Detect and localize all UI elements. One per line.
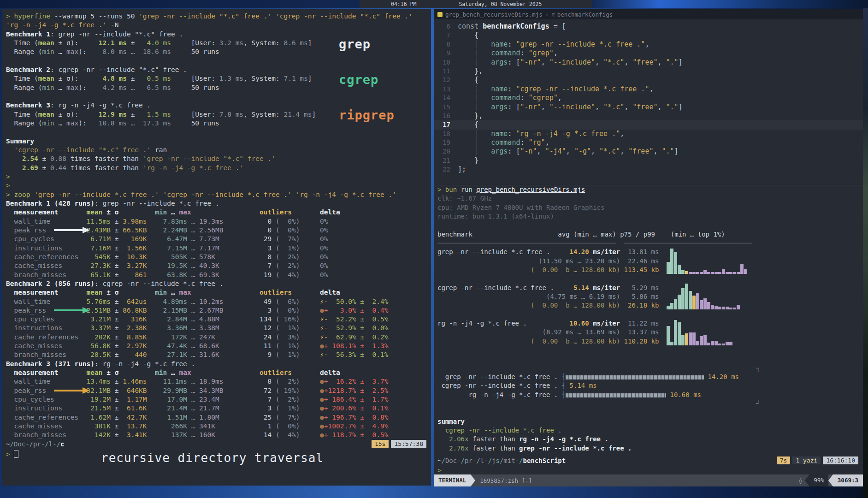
histogram-bar	[740, 264, 744, 274]
histogram-bar	[722, 269, 725, 274]
latency-histogram	[667, 283, 755, 309]
line-number: 6	[434, 22, 458, 31]
terminal-line	[6, 57, 431, 65]
histogram-bar	[718, 272, 721, 274]
histogram-bar	[681, 335, 685, 345]
histogram-bar	[689, 332, 692, 345]
terminal-line	[437, 346, 863, 355]
code-line[interactable]: 14 │ command: "cgrep",	[434, 94, 863, 102]
arrow-icon	[54, 307, 91, 314]
line-number: 9	[434, 49, 458, 58]
terminal-line: branch_misses 28.5K ± 440 27.1K … 31.6K …	[6, 350, 431, 359]
line-number: 15	[434, 103, 458, 112]
code-line[interactable]: 15 │ args: ["-nr", "--include", "*.c", "…	[434, 103, 863, 112]
code-line[interactable]: 9 │ command: "grep",	[434, 49, 863, 58]
clock-date: Saturday, 08 November 2025	[459, 1, 542, 7]
line-number: 10	[434, 58, 458, 67]
latency-histogram	[667, 248, 755, 274]
terminal-line: rg -n -j4 -g *.c free . ┤ 10.60 ms	[437, 391, 863, 399]
code-line[interactable]: 12 {	[434, 76, 863, 84]
histogram-bar	[692, 296, 696, 309]
js-file-icon	[437, 12, 443, 17]
desktop: 04:16 PM Saturday, 08 November 2025 > hy…	[0, 0, 868, 498]
histogram-bar	[718, 307, 721, 309]
code-line[interactable]: 6const benchmarkConfigs = [	[434, 22, 863, 31]
histogram-bar	[737, 272, 740, 274]
code-text: │ command: "cgrep",	[458, 94, 562, 102]
clock-time: 04:16 PM	[391, 1, 416, 7]
line-number: 19	[434, 138, 458, 147]
code-line[interactable]: 20 │ args: ["-n", "-j4", "-g", "*.c", "f…	[434, 147, 863, 156]
terminal-line	[6, 128, 431, 136]
breadcrumb-symbol[interactable]: benchmarkConfigs	[557, 11, 613, 18]
code-line[interactable]: 22];	[434, 165, 863, 174]
powerline-arrow-icon	[828, 474, 833, 486]
code-text: },	[458, 112, 483, 120]
line-number: 16	[434, 112, 458, 120]
terminal-pane-left[interactable]: > hyperfine --warmup 5 --runs 50 'grep -…	[2, 9, 431, 486]
line-number: 14	[434, 94, 458, 102]
code-line[interactable]: 19 │ command: "rg",	[434, 138, 863, 147]
line-number: 12	[434, 76, 458, 84]
histogram-bar	[711, 305, 714, 309]
code-line[interactable]: 11 },	[434, 67, 863, 76]
histogram-bar	[714, 306, 718, 309]
terminal-line: measurement mean ± σ min … max outliers …	[6, 368, 431, 377]
yazi-jobs-badge: 1 yazi	[792, 456, 821, 464]
histogram-bar	[729, 272, 732, 274]
terminal-line: > bun run grep_bench_recursiveDirs.mjs	[437, 185, 863, 194]
code-text: │ name: "grep -nr --include *.c free .",	[458, 40, 649, 49]
code-line[interactable]: 18 │ name: "rg -n -j4 -g *.c free .",	[434, 130, 863, 138]
top-status-bar: 04:16 PM Saturday, 08 November 2025	[0, 0, 868, 8]
terminal-line: Benchmark 2 (856 runs): cgrep -nr --incl…	[6, 279, 431, 288]
terminal-line: measurement mean ± σ min … max outliers …	[6, 208, 431, 217]
histogram-bar	[703, 270, 707, 274]
histogram-bar	[692, 332, 696, 345]
code-text: │ name: "cgrep -nr --include *.c free ."…	[458, 85, 653, 94]
histogram-bar	[681, 270, 685, 274]
shell-prompt-right[interactable]: >	[437, 467, 442, 474]
bar-chart-bar	[566, 393, 666, 397]
terminal-line: wall_time 5.76ms ± 642us 4.89ms … 10.2ms…	[6, 297, 431, 306]
terminal-line	[6, 92, 431, 101]
terminal-line: wall_time 13.4ms ± 1.46ms 11.1ms … 18.9m…	[6, 377, 431, 386]
line-number: 7	[434, 31, 458, 40]
histogram-bar	[733, 308, 736, 309]
histogram-bar	[700, 336, 703, 345]
breadcrumb-file[interactable]: grep_bench_recursiveDirs.mjs	[445, 11, 543, 18]
terminal-line	[437, 408, 863, 417]
terminal-line: (8.92 ms … 13.69 ms) 13.37 ms	[437, 328, 863, 337]
histogram-bar	[674, 252, 677, 274]
code-line[interactable]: 21 }	[434, 156, 863, 165]
terminal-line: measurement mean ± σ min … max outliers …	[6, 288, 431, 297]
pane-right[interactable]: grep_bench_recursiveDirs.mjs › π benchma…	[434, 9, 863, 486]
big-label-grep: grep	[339, 37, 371, 51]
terminal-line: cache_misses 27.3K ± 3.27K 19.5K … 40.3K…	[6, 261, 431, 270]
shell-prompt-left[interactable]: >	[6, 450, 18, 458]
code-line[interactable]: 7 {	[434, 31, 863, 40]
line-number: 21	[434, 156, 458, 165]
histogram-bar	[729, 342, 732, 345]
terminal-line: summary	[437, 417, 863, 426]
tmux-status-bar[interactable]: TERMINAL 1695857:zsh [-] ◊ 99% 3069:3	[434, 474, 863, 486]
terminal-line: cache_references 545K ± 10.3K 505K … 578…	[6, 253, 431, 261]
histogram-bar	[703, 298, 707, 309]
code-line[interactable]: 16 },	[434, 112, 863, 120]
terminal-line	[437, 310, 863, 319]
code-line[interactable]: 10 │ args: ["-nr", "--include", "*.c", "…	[434, 58, 863, 67]
code-line[interactable]: 8 │ name: "grep -nr --include *.c free .…	[434, 40, 863, 49]
histogram-bar	[678, 265, 681, 274]
code-text: ];	[458, 165, 466, 174]
code-line[interactable]: 17 {	[434, 120, 863, 129]
editor-breadcrumb[interactable]: grep_bench_recursiveDirs.mjs › π benchma…	[434, 9, 863, 19]
prompt-path-bar-right: ~/Doc-/pr-/l-/js/mit-/benchScript 7s 1 y…	[437, 456, 858, 464]
arrow-icon	[54, 387, 91, 394]
code-line[interactable]: 13 │ name: "cgrep -nr --include *.c free…	[434, 85, 863, 94]
code-editor[interactable]: 6const benchmarkConfigs = [7 {8 │ name: …	[434, 19, 863, 185]
text-cursor	[14, 450, 18, 458]
terminal-line: ┘	[437, 399, 863, 408]
duration-badge: 15s	[372, 440, 389, 448]
cwd-path: ~/Doc-/pr-/l-/js/mit-/benchScript	[437, 457, 566, 464]
big-label-ripgrep: ripgrep	[339, 108, 395, 122]
terminal-line: 2.54 ± 0.88 times faster than 'grep -nr …	[6, 154, 431, 163]
